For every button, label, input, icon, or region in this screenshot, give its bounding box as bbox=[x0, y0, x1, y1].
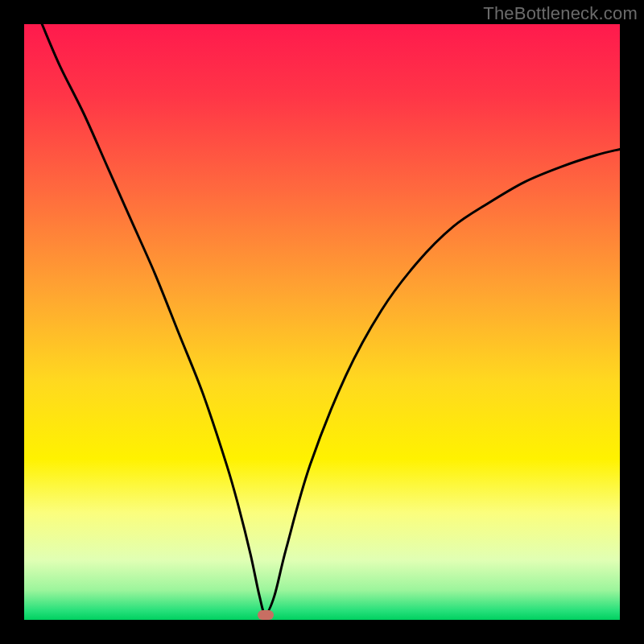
plot-area bbox=[24, 24, 620, 620]
watermark-text: TheBottleneck.com bbox=[483, 3, 638, 24]
optimum-marker bbox=[258, 610, 274, 620]
chart-frame: TheBottleneck.com bbox=[0, 0, 644, 644]
bottleneck-curve bbox=[42, 24, 620, 614]
curve-svg bbox=[24, 24, 620, 620]
